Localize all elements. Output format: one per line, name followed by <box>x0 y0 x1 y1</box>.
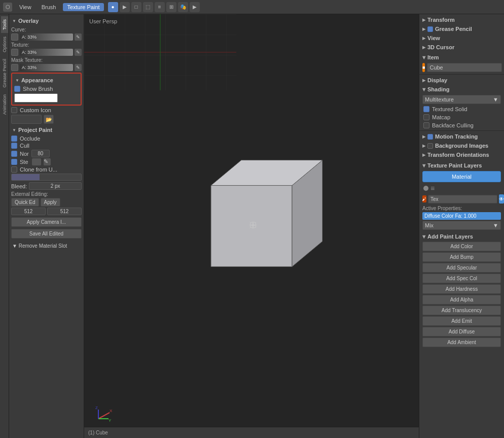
cube-name-input[interactable] <box>427 63 502 72</box>
show-brush-checkbox[interactable] <box>14 86 20 92</box>
view-menu[interactable]: View <box>16 3 34 11</box>
shading-header[interactable]: ▶ Shading <box>419 85 504 94</box>
clone-checkbox[interactable] <box>11 166 17 173</box>
lines-icon[interactable]: ≡ <box>430 184 435 192</box>
add-color-btn[interactable]: Add Color <box>422 242 501 251</box>
add-emit-btn[interactable]: Add Emit <box>422 316 501 326</box>
transform-header[interactable]: ▶ Transform <box>419 15 504 24</box>
transform-orient-header[interactable]: ▶ Transform Orientations <box>419 150 504 159</box>
custom-icon-label: Custom Icon <box>20 107 51 113</box>
overlay-arrow: ▼ <box>12 19 16 23</box>
appearance-section-header[interactable]: ▼ Appearance <box>14 76 79 85</box>
matcap-checkbox[interactable] <box>423 114 429 120</box>
sidebar-item-tools[interactable]: Tools <box>1 16 8 33</box>
mask-texture-label: Mask Texture: <box>11 57 82 63</box>
quick-ed-apply-row: Quick Ed Apply <box>11 198 82 207</box>
ste-pencil-icon[interactable]: ✎ <box>44 158 51 165</box>
background-images-label: Background Images <box>435 143 488 149</box>
custom-icon-file-btn[interactable]: 📂 <box>44 115 54 124</box>
tex-paint-layers-header[interactable]: ▶ Texture Paint Layers <box>419 161 504 170</box>
add-hardness-btn[interactable]: Add Hardness <box>422 284 501 294</box>
custom-icon-checkbox[interactable] <box>11 107 17 113</box>
add-paint-layers-header[interactable]: ▶ Add Paint Layers <box>419 232 504 241</box>
mask-pencil-icon[interactable]: ✎ <box>75 64 82 71</box>
mode-icon-textured[interactable]: □ <box>131 2 141 12</box>
grease-pencil-header[interactable]: ▶ Grease Pencil <box>419 24 504 33</box>
mode-icon-play[interactable]: ▶ <box>190 2 200 12</box>
separator-2 <box>419 130 504 131</box>
active-properties-title: Active Properties: <box>422 206 501 211</box>
active-mode-btn[interactable]: Texture Paint <box>63 3 103 11</box>
svg-line-13 <box>98 413 110 419</box>
project-paint-header[interactable]: ▼ Project Paint <box>11 125 82 134</box>
motion-tracking-checkbox[interactable] <box>427 134 433 140</box>
apply-btn[interactable]: Apply <box>41 198 60 207</box>
cube-svg <box>181 145 322 292</box>
display-header[interactable]: ▶ Display <box>419 76 504 85</box>
clone-row: Clone from U... <box>11 166 82 173</box>
ste-checkbox[interactable] <box>11 159 17 165</box>
sidebar-item-grease-pencil[interactable]: Grease Pencil <box>1 56 8 91</box>
brush-menu[interactable]: Brush <box>39 3 59 11</box>
add-spec-col-btn[interactable]: Add Spec Col <box>422 274 501 283</box>
blender-logo-icon[interactable]: ⬡ <box>3 3 12 12</box>
nor-value-field[interactable] <box>31 150 50 157</box>
bleed-value[interactable]: 2 px <box>29 182 82 190</box>
save-all-btn[interactable]: Save All Edited <box>11 229 82 239</box>
item-header[interactable]: ▶ Item <box>419 53 504 62</box>
cursor-3d-header[interactable]: ▶ 3D Cursor <box>419 43 504 52</box>
background-images-checkbox[interactable] <box>427 143 433 149</box>
background-images-header[interactable]: ▶ Background Images <box>419 141 504 150</box>
texture-pencil-icon[interactable]: ✎ <box>75 49 82 56</box>
motion-tracking-header[interactable]: ▶ Motion Tracking <box>419 132 504 141</box>
add-bump-btn[interactable]: Add Bump <box>422 252 501 262</box>
item-label: Item <box>427 54 439 60</box>
apply-camera-btn[interactable]: Apply Camera I... <box>11 217 82 227</box>
size1-field[interactable] <box>11 208 46 215</box>
diffuse-color-val[interactable]: Diffuse Color Fa: 1.000 <box>422 212 501 220</box>
mode-icon-wire[interactable]: ▶ <box>120 2 130 12</box>
mode-icon-mask[interactable]: 🎭 <box>178 2 188 12</box>
multitexture-dropdown[interactable]: Multitexture ▼ <box>422 95 501 104</box>
mode-icon-rendered[interactable]: ⬚ <box>143 2 153 12</box>
add-ambient-btn[interactable]: Add Ambient <box>422 338 501 347</box>
overlay-section-header[interactable]: ▼ Overlay <box>11 16 82 25</box>
sidebar-item-animation[interactable]: Animation <box>1 91 8 118</box>
backface-row: Backface Culling <box>419 121 504 129</box>
viewport-bottom-label: (1) Cube <box>88 430 108 435</box>
curve-alpha-bar[interactable]: A: 33% <box>20 33 73 41</box>
slider-track[interactable] <box>11 174 82 181</box>
tex-eye-btn[interactable]: 👁 <box>499 194 504 204</box>
textured-solid-checkbox[interactable] <box>423 106 429 112</box>
texture-alpha-bar[interactable]: A: 33% <box>20 49 73 56</box>
shading-label: Shading <box>427 86 449 92</box>
brush-color-picker[interactable] <box>14 93 58 103</box>
mask-swatch <box>11 64 18 71</box>
cull-checkbox[interactable] <box>11 143 17 149</box>
viewport-3d[interactable]: User Persp <box>84 14 419 438</box>
add-diffuse-btn[interactable]: Add Diffuse <box>422 327 501 336</box>
quick-ed-btn[interactable]: Quick Ed <box>11 198 39 207</box>
mode-icon-grid[interactable]: ≡ <box>155 2 165 12</box>
add-translucency-btn[interactable]: Add Translucency <box>422 306 501 315</box>
occlude-checkbox[interactable] <box>11 136 17 142</box>
cull-row: Cull <box>11 143 82 149</box>
backface-checkbox[interactable] <box>423 122 429 128</box>
size2-field[interactable] <box>47 208 82 215</box>
nor-checkbox[interactable] <box>11 151 17 157</box>
view-header[interactable]: ▶ View <box>419 33 504 43</box>
add-specular-btn[interactable]: Add Specular <box>422 263 501 273</box>
mix-dropdown[interactable]: Mix ▼ <box>422 221 501 230</box>
material-btn[interactable]: Material <box>422 171 501 182</box>
texture-swatch <box>11 49 18 56</box>
sidebar-item-options[interactable]: Options <box>1 33 8 55</box>
curve-pencil-icon[interactable]: ✎ <box>75 33 82 41</box>
mode-icon-checker[interactable]: ⊞ <box>166 2 176 12</box>
add-alpha-btn[interactable]: Add Alpha <box>422 295 501 305</box>
grease-pencil-checkbox[interactable] <box>427 26 433 32</box>
tex-name-input[interactable] <box>428 195 497 204</box>
mode-icon-solid[interactable]: ● <box>108 2 118 12</box>
view-label: View <box>427 35 440 41</box>
mask-alpha-bar[interactable]: A: 33% <box>20 64 73 71</box>
remove-material-slot[interactable]: ▼ Remove Material Slot <box>11 242 82 250</box>
